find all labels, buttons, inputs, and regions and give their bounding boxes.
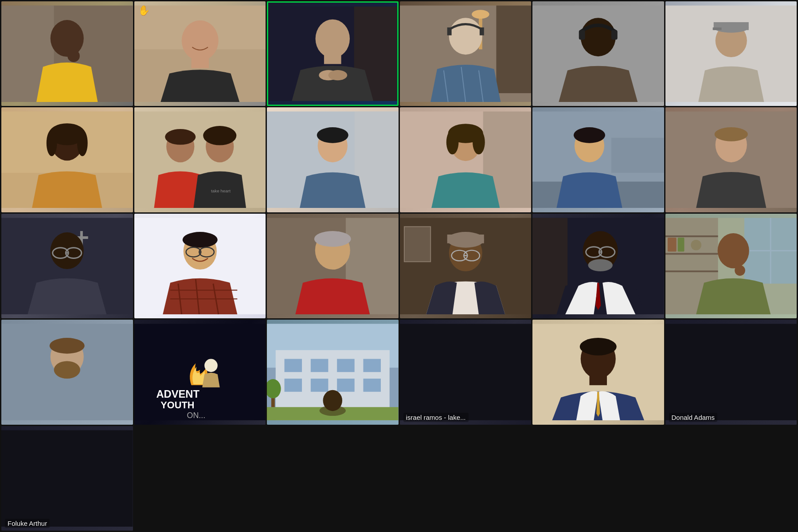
svg-rect-27 <box>611 30 618 40</box>
svg-point-143 <box>580 338 617 356</box>
participant-tile-18[interactable] <box>665 214 797 318</box>
svg-rect-32 <box>712 27 721 30</box>
participant-tile-5[interactable] <box>532 1 664 106</box>
participant-tile-12[interactable] <box>665 107 797 212</box>
svg-rect-106 <box>667 238 676 252</box>
participant-tile-21[interactable] <box>267 320 399 424</box>
svg-rect-129 <box>363 359 381 372</box>
svg-rect-146 <box>1 430 133 526</box>
svg-rect-132 <box>337 379 355 392</box>
svg-point-3 <box>67 50 80 62</box>
svg-text:ON...: ON... <box>187 411 205 420</box>
svg-point-41 <box>165 129 196 145</box>
video-grid: ✋ <box>0 0 798 532</box>
participant-tile-9[interactable] <box>267 107 399 212</box>
svg-point-54 <box>473 130 485 154</box>
participant-name-foluke-arthur: Foluke Arthur <box>5 519 50 528</box>
svg-rect-130 <box>285 379 302 392</box>
svg-rect-131 <box>311 379 329 392</box>
participant-tile-13[interactable] <box>1 214 133 318</box>
svg-rect-17 <box>496 5 531 93</box>
svg-point-85 <box>314 231 351 247</box>
svg-point-73 <box>182 232 217 248</box>
svg-rect-139 <box>400 324 532 420</box>
svg-point-59 <box>574 127 605 143</box>
svg-rect-11 <box>324 55 341 64</box>
svg-rect-26 <box>579 30 585 40</box>
participant-name-donald-adams: Donald Adams <box>669 413 718 422</box>
participant-tile-23[interactable] <box>532 320 664 424</box>
svg-point-117 <box>54 361 80 379</box>
svg-point-16 <box>472 10 489 19</box>
participant-tile-15[interactable] <box>267 214 399 318</box>
participant-tile-2[interactable]: ✋ <box>134 1 266 106</box>
svg-rect-126 <box>285 359 302 372</box>
svg-rect-145 <box>665 324 797 420</box>
svg-point-138 <box>323 390 342 411</box>
participant-tile-22[interactable]: israel ramos - lake... <box>400 320 532 424</box>
svg-point-112 <box>717 233 749 268</box>
svg-rect-20 <box>479 27 484 35</box>
svg-point-108 <box>691 240 701 250</box>
svg-point-63 <box>714 127 747 141</box>
participant-name-israel-ramos: israel ramos - lake... <box>403 413 469 422</box>
svg-text:ADVENT: ADVENT <box>156 388 200 400</box>
svg-rect-90 <box>447 235 484 243</box>
svg-rect-127 <box>311 359 329 372</box>
svg-point-43 <box>203 126 236 145</box>
svg-rect-133 <box>363 379 381 392</box>
participant-tile-25[interactable]: Foluke Arthur <box>1 426 133 531</box>
participant-tile-19[interactable] <box>1 320 133 424</box>
svg-point-2 <box>51 20 84 57</box>
participant-tile-8[interactable]: take heart <box>134 107 266 212</box>
svg-rect-128 <box>337 359 355 372</box>
svg-point-116 <box>50 338 85 354</box>
participant-tile-1[interactable] <box>1 1 133 106</box>
svg-point-119 <box>204 359 218 372</box>
svg-point-48 <box>317 127 348 143</box>
svg-text:YOUTH: YOUTH <box>160 399 194 411</box>
participant-tile-17[interactable] <box>532 214 664 318</box>
svg-point-38 <box>77 130 88 156</box>
participant-tile-3[interactable] <box>267 1 399 106</box>
participant-tile-6[interactable] <box>665 1 797 106</box>
svg-point-6 <box>181 20 218 61</box>
svg-rect-107 <box>677 238 684 252</box>
participant-tile-24[interactable]: Donald Adams <box>665 320 797 424</box>
svg-point-37 <box>47 130 57 156</box>
svg-point-53 <box>446 130 458 154</box>
svg-rect-105 <box>665 270 718 272</box>
svg-rect-103 <box>665 235 718 237</box>
raise-hand-indicator: ✋ <box>138 5 150 16</box>
svg-rect-19 <box>447 27 451 35</box>
svg-rect-104 <box>665 253 718 254</box>
svg-rect-87 <box>404 227 430 262</box>
participant-tile-4[interactable] <box>400 1 532 106</box>
svg-point-113 <box>735 265 745 276</box>
svg-point-13 <box>329 70 348 80</box>
svg-rect-144 <box>589 376 607 385</box>
participant-tile-20[interactable]: ADVENT YOUTH ON... <box>134 320 266 424</box>
svg-point-10 <box>316 20 350 58</box>
participant-tile-14[interactable] <box>134 214 266 318</box>
svg-rect-57 <box>611 138 664 173</box>
svg-point-97 <box>588 259 613 271</box>
participant-tile-16[interactable] <box>400 214 532 318</box>
participant-tile-7[interactable] <box>1 107 133 212</box>
participant-tile-10[interactable] <box>400 107 532 212</box>
svg-rect-7 <box>191 57 209 68</box>
participant-tile-11[interactable] <box>532 107 664 212</box>
svg-text:take heart: take heart <box>211 189 230 194</box>
